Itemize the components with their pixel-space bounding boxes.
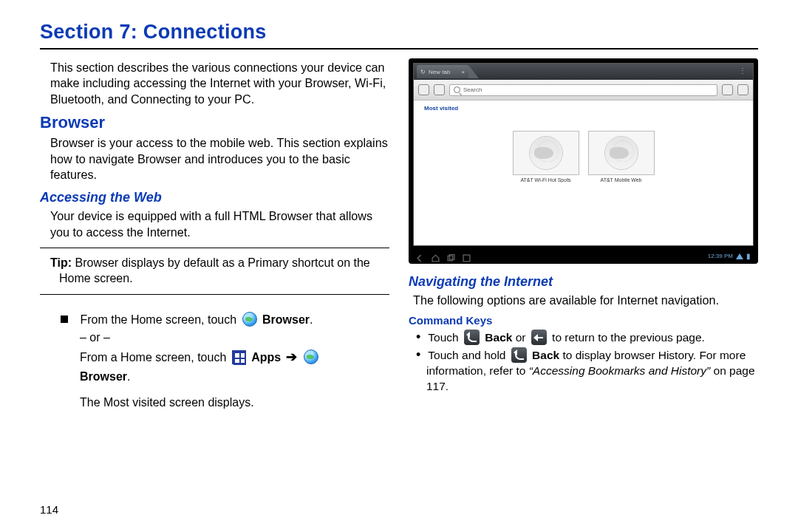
ck2-pre: Touch and hold xyxy=(428,349,508,361)
bookmarks-button[interactable] xyxy=(737,84,748,95)
mv-tile[interactable]: AT&T Wi-Fi Hot Spots xyxy=(513,131,579,183)
browser-label: Browser xyxy=(80,370,127,383)
nav-forward-button[interactable] xyxy=(434,84,445,95)
tablet-system-bar: 12:39 PM ▮ xyxy=(413,250,754,262)
tip-label: Tip: xyxy=(50,256,72,269)
browser-heading: Browser xyxy=(40,113,389,132)
step-text: From the Home screen, touch xyxy=(80,313,239,326)
apps-label: Apps xyxy=(251,351,281,364)
navigating-body: The following options are available for … xyxy=(409,293,758,308)
most-visited-label: Most visited xyxy=(424,105,743,112)
clock-text: 12:39 PM xyxy=(708,253,733,259)
kebab-menu-icon[interactable]: ⋮ xyxy=(739,66,747,75)
ck1-pre: Touch xyxy=(428,331,462,344)
search-icon xyxy=(454,86,460,93)
step-from-home: From the Home screen, touch Browser. xyxy=(40,311,389,330)
sys-recents-icon[interactable] xyxy=(447,252,455,260)
browser-toolbar: Search xyxy=(414,80,753,100)
tip-paragraph: Tip: Browser displays by default as a Pr… xyxy=(49,256,389,287)
apps-grid-icon xyxy=(232,350,246,364)
battery-icon: ▮ xyxy=(746,252,751,260)
accessing-body: Your device is equipped with a full HTML… xyxy=(40,208,389,240)
url-search-field[interactable]: Search xyxy=(449,84,717,96)
browser-globe-icon xyxy=(242,312,257,327)
mv-tile-caption: AT&T Wi-Fi Hot Spots xyxy=(513,177,579,183)
wifi-icon xyxy=(736,253,743,259)
search-placeholder: Search xyxy=(463,86,482,93)
ck1-post: to return to the previous page. xyxy=(552,331,705,344)
system-back-icon xyxy=(511,347,527,363)
navigating-heading: Navigating the Internet xyxy=(409,274,758,290)
tablet-screenshot: ↻ New tab × ⋮ Search xyxy=(409,58,758,264)
system-back-icon xyxy=(464,330,480,345)
browser-label: Browser xyxy=(262,313,310,326)
svg-rect-1 xyxy=(449,255,454,260)
mv-tile[interactable]: AT&T Mobile Web xyxy=(588,131,655,183)
command-key-item: • Touch and hold Back to display browser… xyxy=(416,347,758,395)
divider xyxy=(40,248,389,248)
new-tab-button[interactable] xyxy=(468,65,479,78)
intro-paragraph: This section describes the various conne… xyxy=(40,60,389,107)
tip-body: Browser displays by default as a Primary… xyxy=(59,256,370,284)
or-separator: – or – xyxy=(40,329,389,347)
globe-placeholder-icon xyxy=(529,136,563,170)
sys-back-icon[interactable] xyxy=(416,252,424,260)
bullet-icon: • xyxy=(416,347,420,362)
ck1-mid: or xyxy=(516,331,529,344)
browser-tab[interactable]: ↻ New tab × xyxy=(417,65,468,78)
browser-globe-icon xyxy=(304,349,318,364)
browser-intro: Browser is your access to the mobile web… xyxy=(40,135,389,183)
section-rule xyxy=(40,48,758,50)
back-label: Back xyxy=(532,349,559,361)
step-alt-text: From a Home screen, touch xyxy=(80,351,230,364)
most-visited-line: The Most visited screen displays. xyxy=(40,394,389,412)
section-title: Section 7: Connections xyxy=(40,21,758,44)
divider xyxy=(40,294,389,295)
bullet-icon: • xyxy=(416,330,420,344)
arrow-left-icon xyxy=(531,330,547,345)
svg-rect-2 xyxy=(463,255,470,262)
accessing-web-heading: Accessing the Web xyxy=(40,190,389,205)
globe-placeholder-icon xyxy=(604,136,638,170)
nav-back-button[interactable] xyxy=(418,84,429,95)
command-key-item: • Touch Back or to return to the previou… xyxy=(416,330,758,346)
right-column: ↻ New tab × ⋮ Search xyxy=(409,58,758,412)
step-from-home-alt: From a Home screen, touch Apps ➔ Browser… xyxy=(40,347,389,386)
left-column: This section describes the various conne… xyxy=(40,58,389,412)
browser-tab-strip: ↻ New tab × ⋮ xyxy=(414,64,753,80)
tab-label: New tab xyxy=(429,69,450,75)
command-keys-heading: Command Keys xyxy=(409,314,758,327)
sys-screenshot-icon[interactable] xyxy=(463,252,471,260)
back-label: Back xyxy=(485,331,512,344)
close-icon[interactable]: × xyxy=(461,69,465,75)
cross-reference: “Accessing Bookmarks and History” xyxy=(529,364,711,377)
reload-icon: ↻ xyxy=(420,69,426,75)
sys-home-icon[interactable] xyxy=(432,252,440,260)
square-bullet-icon xyxy=(61,316,68,323)
bookmark-star-button[interactable] xyxy=(722,84,733,95)
page-number: 114 xyxy=(40,503,58,516)
mv-tile-caption: AT&T Mobile Web xyxy=(588,177,655,183)
arrow-right-icon: ➔ xyxy=(286,349,297,364)
